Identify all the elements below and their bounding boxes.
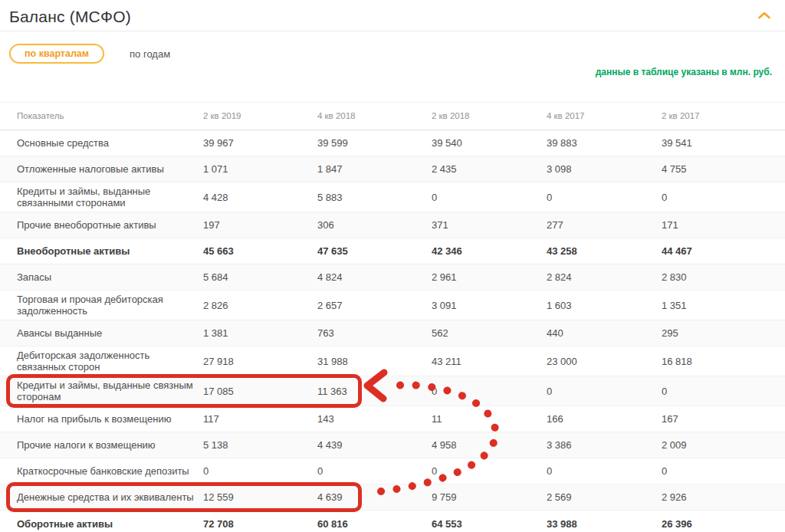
- tab-by-quarters[interactable]: по кварталам: [9, 44, 104, 64]
- row-value: 763: [317, 324, 432, 342]
- row-label: Отложенные налоговые активы: [17, 160, 203, 178]
- row-value: 39 883: [547, 134, 662, 152]
- row-value: 0: [662, 189, 785, 206]
- row-value: 2 009: [662, 436, 785, 454]
- row-value: 2 826: [203, 297, 317, 314]
- column-header: Показатель: [17, 107, 203, 125]
- row-value: 26 396: [662, 515, 785, 532]
- row-value: 39 967: [203, 134, 317, 152]
- row-value: 167: [662, 410, 785, 428]
- row-value: 2 926: [662, 488, 785, 506]
- row-label: Кредиты и займы, выданные связным сторон…: [17, 376, 203, 406]
- row-value: 31 988: [317, 353, 432, 370]
- table-row: Прочие внеоборотные активы19730637127717…: [0, 212, 785, 238]
- panel-header: Баланс (МСФО): [0, 0, 785, 31]
- row-label: Кредиты и займы, выданные связанными сто…: [17, 182, 203, 212]
- column-header: 2 кв 2019: [203, 107, 317, 125]
- tab-by-years[interactable]: по годам: [130, 48, 170, 60]
- row-value: 0: [547, 189, 662, 206]
- row-value: 171: [662, 216, 785, 234]
- row-value: 33 988: [547, 515, 662, 532]
- row-value: 0: [317, 462, 432, 480]
- row-label: Внеоборотные активы: [17, 242, 203, 260]
- table-row: Прочие налоги к возмещению5 1384 4394 95…: [0, 432, 785, 458]
- row-value: 3 386: [547, 436, 662, 454]
- row-label: Налог на прибыль к возмещению: [17, 410, 203, 428]
- row-value: 440: [547, 324, 662, 342]
- column-header: 4 кв 2018: [317, 107, 432, 125]
- row-value: 166: [547, 410, 662, 428]
- row-label: Дебиторская задолженность связанных стор…: [17, 346, 203, 376]
- table-row: Налог на прибыль к возмещению11714311166…: [0, 406, 785, 432]
- row-value: 27 918: [203, 353, 317, 370]
- row-label: Основные средства: [17, 134, 203, 152]
- row-label: Прочие внеоборотные активы: [17, 216, 203, 234]
- row-value: 4 824: [317, 268, 432, 286]
- row-value: 3 098: [547, 160, 662, 178]
- row-value: 1 847: [317, 160, 432, 178]
- row-value: 4 428: [203, 189, 317, 206]
- row-value: 0: [432, 383, 547, 400]
- row-label: Оборотные активы: [17, 515, 203, 532]
- row-value: 117: [203, 410, 317, 428]
- table-row: Запасы5 6844 8242 9612 8242 830: [0, 264, 785, 291]
- row-value: 12 559: [203, 488, 317, 506]
- row-value: 143: [317, 410, 432, 428]
- row-value: 5 883: [317, 189, 432, 206]
- row-value: 2 657: [317, 297, 432, 314]
- row-value: 39 540: [432, 134, 547, 152]
- row-value: 4 639: [317, 488, 432, 506]
- row-value: 1 351: [662, 297, 785, 314]
- row-label: Торговая и прочая дебиторская задолженно…: [17, 291, 203, 320]
- table-row: Авансы выданные1 381763562440295: [0, 320, 785, 346]
- row-value: 1 603: [547, 297, 662, 314]
- table-row: Основные средства39 96739 59939 54039 88…: [0, 130, 785, 156]
- row-value: 47 635: [317, 242, 432, 260]
- row-value: 17 085: [203, 383, 317, 400]
- row-label: Денежные средства и их эквиваленты: [17, 488, 203, 506]
- row-value: 0: [662, 383, 785, 400]
- row-value: 0: [662, 462, 785, 480]
- row-label: Авансы выданные: [17, 324, 203, 342]
- row-value: 44 467: [662, 242, 785, 260]
- table-row: Кредиты и займы, выданные связанными сто…: [0, 182, 785, 212]
- row-value: 1 381: [203, 324, 317, 342]
- row-value: 306: [317, 216, 432, 234]
- page-title: Баланс (МСФО): [9, 8, 785, 26]
- table-row: Внеоборотные активы45 66347 63542 34643 …: [0, 238, 785, 264]
- row-value: 2 961: [432, 268, 547, 286]
- row-value: 0: [547, 383, 662, 400]
- row-value: 371: [432, 216, 547, 234]
- row-value: 42 346: [432, 242, 547, 260]
- row-value: 11 363: [317, 383, 432, 400]
- row-value: 45 663: [203, 242, 317, 260]
- column-header: 2 кв 2018: [432, 107, 547, 125]
- table-row: Оборотные активы72 70860 81664 55333 988…: [0, 511, 785, 532]
- column-header: 4 кв 2017: [547, 107, 662, 125]
- row-value: 39 541: [662, 134, 785, 152]
- collapse-button[interactable]: [754, 8, 774, 25]
- row-value: 5 684: [203, 268, 317, 286]
- table-row: Торговая и прочая дебиторская задолженно…: [0, 291, 785, 320]
- row-value: 562: [432, 324, 547, 342]
- table-row: Дебиторская задолженность связанных стор…: [0, 346, 785, 376]
- row-value: 0: [203, 462, 317, 480]
- table-header: Показатель2 кв 20194 кв 20182 кв 20184 к…: [0, 102, 785, 130]
- row-label: Запасы: [17, 268, 203, 286]
- balance-table: Показатель2 кв 20194 кв 20182 кв 20184 к…: [0, 102, 785, 532]
- row-value: 4 439: [317, 436, 432, 454]
- row-value: 295: [662, 324, 785, 342]
- row-label: Прочие налоги к возмещению: [17, 436, 203, 454]
- row-value: 16 818: [662, 353, 785, 370]
- balance-sheet-panel: Баланс (МСФО) по кварталам по годам данн…: [0, 0, 785, 532]
- table-row: Денежные средства и их эквиваленты12 559…: [0, 484, 785, 511]
- row-value: 4 958: [432, 436, 547, 454]
- row-value: 3 091: [432, 297, 547, 314]
- row-value: 0: [432, 462, 547, 480]
- units-note: данные в таблице указаны в млн. руб.: [0, 67, 785, 80]
- row-value: 197: [203, 216, 317, 234]
- row-value: 4 755: [662, 160, 785, 178]
- row-value: 23 000: [547, 353, 662, 370]
- column-header: 2 кв 2017: [662, 107, 785, 125]
- row-value: 2 830: [662, 268, 785, 286]
